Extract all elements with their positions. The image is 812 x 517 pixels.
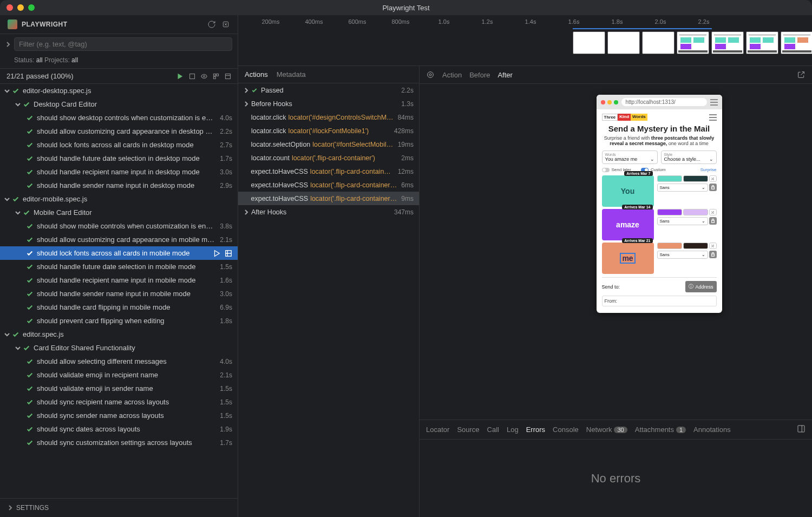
action-row[interactable]: locator.clicklocator('#lockFontMobile1')… (238, 124, 419, 138)
tab-errors[interactable]: Errors (526, 426, 545, 434)
action-row[interactable]: Passed2.2s (238, 83, 419, 97)
lock-icon (709, 217, 717, 225)
test-row[interactable]: should handle future date selection in d… (0, 152, 238, 165)
test-row[interactable]: should sync recipient name across layout… (0, 395, 238, 409)
tab-actions[interactable]: Actions (245, 70, 268, 78)
action-row[interactable]: expect.toHaveCSSlocator('.flip-card-cont… (238, 165, 419, 178)
action-row[interactable]: locator.clicklocator('#designControlsSwi… (238, 110, 419, 124)
action-row[interactable]: Before Hooks1.3s (238, 97, 419, 110)
trace-icon[interactable] (225, 250, 232, 257)
settings-toggle[interactable]: SETTINGS (0, 498, 238, 517)
timeline-frame[interactable] (642, 31, 675, 54)
watch-icon[interactable] (201, 73, 207, 80)
tab-after[interactable]: After (497, 71, 512, 79)
action-row[interactable]: expect.toHaveCSSlocator('.flip-card-cont… (238, 178, 419, 192)
filter-input[interactable] (14, 37, 232, 51)
action-time: 12ms (395, 168, 414, 175)
chevron-right-icon[interactable] (5, 42, 11, 47)
test-row[interactable]: should sync customization settings acros… (0, 436, 238, 449)
test-row[interactable]: should allow customizing card appearance… (0, 233, 238, 246)
expand-icon[interactable] (225, 73, 231, 80)
test-row[interactable]: should validate emoji in recipient name2… (0, 368, 238, 382)
play-icon[interactable] (213, 250, 220, 257)
test-row[interactable]: should prevent card flipping when editin… (0, 314, 238, 328)
tree-label: should handle sender name input in mobil… (37, 290, 191, 298)
timeline[interactable]: 200ms400ms600ms800ms1.0s1.2s1.4s1.6s1.8s… (238, 15, 812, 66)
tab-call[interactable]: Call (487, 426, 499, 434)
preview-max-icon (614, 100, 618, 104)
test-row[interactable]: should validate emoji in sender name1.5s (0, 382, 238, 395)
timeline-frame[interactable] (711, 31, 744, 54)
action-name: locator.click (251, 114, 286, 121)
action-row[interactable]: After Hooks347ms (238, 205, 419, 219)
test-row[interactable]: should allow selecting different message… (0, 355, 238, 368)
test-row[interactable]: should handle sender name input in deskt… (0, 179, 238, 192)
check-icon (23, 344, 30, 352)
cancel-run-icon[interactable] (221, 20, 230, 29)
close-window[interactable] (6, 4, 13, 11)
timeline-frame[interactable] (781, 31, 812, 54)
tab-annotations[interactable]: Annotations (693, 426, 731, 434)
postcard: Arrives Mar 14amaze (602, 209, 654, 240)
timeline-frame[interactable] (746, 31, 778, 54)
tree-label: should handle sender name input in deskt… (37, 181, 194, 189)
timeline-frame[interactable] (573, 31, 605, 54)
action-time: 6ms (398, 181, 414, 189)
tab-locator[interactable]: Locator (426, 426, 449, 434)
test-row[interactable]: should lock fonts across all cards in de… (0, 138, 238, 152)
file-row[interactable]: editor-mobile.spec.js (0, 192, 238, 206)
test-row[interactable]: should handle future date selection in m… (0, 260, 238, 273)
file-row[interactable]: editor-desktop.spec.js (0, 84, 238, 97)
chevron-down-icon (4, 88, 10, 94)
collapse-icon[interactable] (213, 73, 219, 80)
tree-label: should validate emoji in recipient name (37, 371, 158, 379)
suite-row[interactable]: Desktop Card Editor (0, 97, 238, 111)
test-tree: editor-desktop.spec.jsDesktop Card Edito… (0, 84, 238, 498)
suite-row[interactable]: Card Editor Shared Functionality (0, 341, 238, 355)
timeline-frame[interactable] (677, 31, 709, 54)
test-time: 1.8s (215, 317, 232, 325)
locator-icon[interactable] (426, 70, 435, 79)
tab-attachments[interactable]: Attachments 1 (635, 426, 686, 434)
arrival-badge: Arrives Mar 21 (622, 238, 652, 243)
test-row[interactable]: should handle recipient name input in mo… (0, 273, 238, 287)
action-row[interactable]: locator.countlocator('.flip-card-contain… (238, 151, 419, 165)
browser-preview: http://localhost:1313/ Three Kind Words (597, 95, 722, 313)
timeline-frames[interactable] (573, 31, 812, 54)
tab-log[interactable]: Log (507, 426, 519, 434)
run-all-icon[interactable] (176, 73, 184, 80)
check-icon (26, 304, 34, 311)
timeline-frame[interactable] (607, 31, 640, 54)
action-row[interactable]: expect.toHaveCSSlocator('.flip-card-cont… (238, 192, 419, 205)
tab-before[interactable]: Before (469, 71, 490, 79)
tab-source[interactable]: Source (457, 426, 479, 434)
chevron-right-icon (244, 88, 249, 93)
minimize-window[interactable] (17, 4, 24, 11)
test-row[interactable]: should sync dates across layouts1.9s (0, 422, 238, 436)
tab-action[interactable]: Action (442, 71, 462, 79)
tab-metadata[interactable]: Metadata (277, 70, 306, 78)
suite-row[interactable]: Mobile Card Editor (0, 206, 238, 219)
traffic-lights[interactable] (6, 4, 35, 11)
file-row[interactable]: editor.spec.js (0, 328, 238, 341)
action-row[interactable]: locator.selectOptionlocator('#fontSelect… (238, 138, 419, 151)
panel-layout-icon[interactable] (797, 424, 806, 433)
test-row[interactable]: should handle sender name input in mobil… (0, 287, 238, 300)
maximize-window[interactable] (28, 4, 35, 11)
tab-network[interactable]: Network 30 (586, 426, 627, 434)
test-row[interactable]: should allow customizing card appearance… (0, 125, 238, 138)
tab-console[interactable]: Console (553, 426, 579, 434)
test-row[interactable]: should show desktop controls when custom… (0, 111, 238, 125)
test-row[interactable]: should show mobile controls when customi… (0, 219, 238, 233)
test-row[interactable]: should handle recipient name input in de… (0, 165, 238, 179)
test-row[interactable]: should sync sender name across layouts1.… (0, 409, 238, 422)
action-locator: locator('#fontSelectMobile1') (312, 141, 394, 148)
stop-icon[interactable] (189, 73, 195, 80)
test-row[interactable]: should lock fonts across all cards in mo… (0, 246, 238, 260)
popout-icon[interactable] (797, 70, 806, 79)
chevron-right-icon (8, 505, 13, 511)
test-row[interactable]: should handle card flipping in mobile mo… (0, 300, 238, 314)
test-time: 2.1s (215, 236, 232, 244)
arrival-badge: Arrives Mar 7 (624, 171, 652, 176)
reload-icon[interactable] (207, 20, 216, 29)
